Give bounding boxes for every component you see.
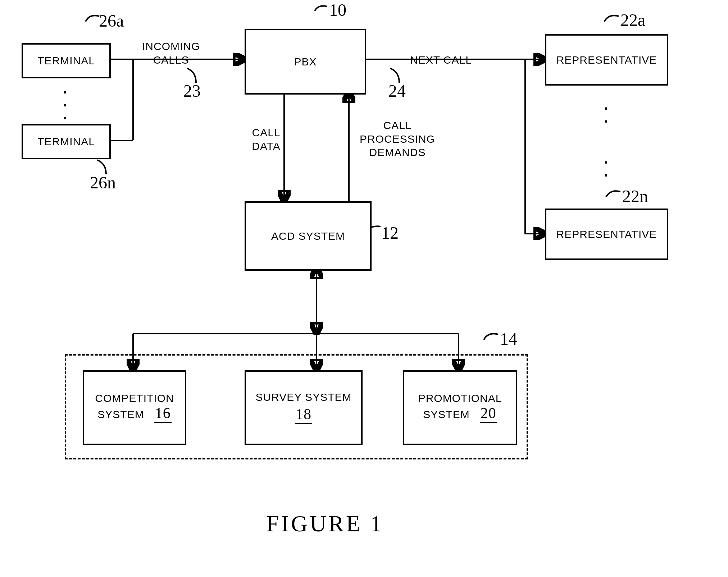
ref-22a: 22a [620,10,645,30]
survey-system-box: SURVEY SYSTEM 18 [245,370,363,445]
acd-label: ACD SYSTEM [271,230,345,242]
ref-24: 24 [388,81,406,101]
terminal-n-box: TERMINAL [22,124,111,159]
ref-18: 18 [295,406,312,424]
pbx-label: PBX [294,56,317,68]
ref-16: 16 [154,404,172,423]
next-call-label: NEXT CALL [410,53,472,67]
promo-l2: SYSTEM [423,408,469,420]
ref-14: 14 [500,329,517,349]
call-processing-demands-label: CALL PROCESSING DEMANDS [360,119,435,159]
terminal-vdots: ··· [58,84,72,123]
promotional-system-box: PROMOTIONAL SYSTEM 20 [403,370,517,445]
pbx-box: PBX [245,29,366,95]
survey-label: SURVEY SYSTEM [256,391,352,403]
representative-n-label: REPRESENTATIVE [556,228,657,241]
diagram-canvas: TERMINAL ··· TERMINAL PBX ACD SYSTEM REP… [0,0,728,577]
call-data-label: CALL DATA [245,126,288,153]
competition-l1: COMPETITION [95,392,174,404]
competition-l2: SYSTEM [97,408,144,420]
representative-vdots-1: ·· [599,101,613,127]
ref-22n: 22n [622,186,648,206]
promo-l1: PROMOTIONAL [418,392,502,404]
representative-a-label: REPRESENTATIVE [556,54,657,66]
ref-12: 12 [381,223,399,243]
terminal-a-box: TERMINAL [22,43,111,78]
representative-a-box: REPRESENTATIVE [545,34,668,86]
ref-23: 23 [183,81,201,101]
representative-n-box: REPRESENTATIVE [545,209,668,260]
terminal-n-label: TERMINAL [37,136,95,148]
ref-20: 20 [480,404,497,423]
competition-system-box: COMPETITION SYSTEM 16 [83,370,186,445]
figure-caption: FIGURE 1 [266,510,384,537]
ref-10: 10 [329,0,346,20]
terminal-a-label: TERMINAL [37,55,95,67]
incoming-calls-label: INCOMING CALLS [142,40,200,67]
ref-26a: 26a [99,11,124,31]
acd-box: ACD SYSTEM [245,201,372,271]
representative-vdots-2: ·· [599,155,613,180]
ref-26n: 26n [90,173,116,192]
